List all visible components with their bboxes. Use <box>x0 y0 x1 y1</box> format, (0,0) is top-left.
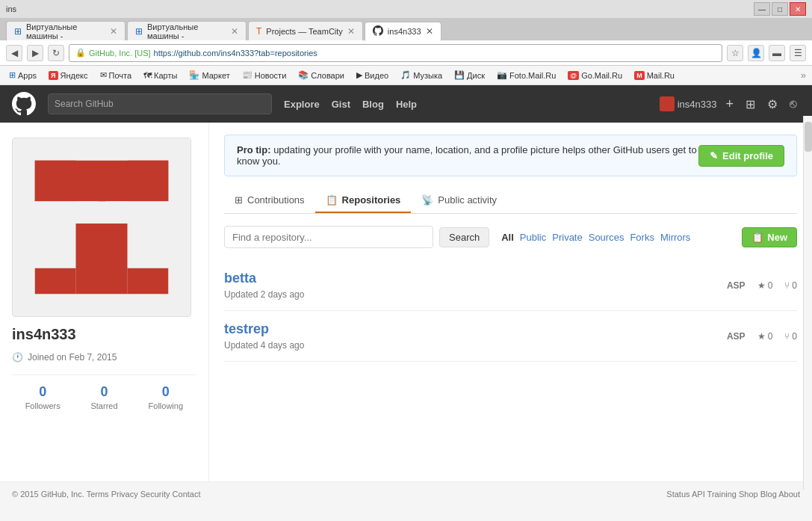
maximize-button[interactable]: □ <box>772 2 788 16</box>
settings-icon[interactable]: ⚙ <box>764 94 781 114</box>
footer-api[interactable]: API <box>692 490 705 499</box>
edit-profile-button[interactable]: ✎ Edit profile <box>698 145 784 167</box>
nav-help[interactable]: Help <box>396 99 417 110</box>
footer-status[interactable]: Status <box>666 490 689 499</box>
repo-name-testrep[interactable]: testrep <box>224 321 269 336</box>
bookmark-gomailru[interactable]: @ Go.Mail.Ru <box>565 70 625 81</box>
tab-repositories[interactable]: 📋 Repositories <box>315 188 412 213</box>
repo-lang-betta: ASP <box>727 280 746 291</box>
starred-stat[interactable]: 0 Starred <box>73 384 134 410</box>
window-controls: — □ ✕ <box>754 2 806 16</box>
repo-meta-betta: ASP ★ 0 ⑂ 0 <box>727 280 797 291</box>
filter-sources[interactable]: Sources <box>589 232 625 243</box>
repo-info-testrep: testrep Updated 4 days ago <box>224 321 727 351</box>
profile-username: ins4n333 <box>12 326 196 343</box>
tab-4-label: ins4n333 <box>388 27 421 36</box>
github-search-input[interactable] <box>48 93 272 114</box>
filter-mirrors[interactable]: Mirrors <box>660 232 690 243</box>
svg-rect-3 <box>128 161 169 202</box>
minimize-button[interactable]: — <box>754 2 770 16</box>
footer-terms[interactable]: Terms <box>87 490 109 499</box>
repo-filter-links: All Public Private Sources Forks Mirrors <box>501 232 690 243</box>
refresh-button[interactable]: ↻ <box>48 45 64 61</box>
followers-stat[interactable]: 0 Followers <box>12 384 73 410</box>
footer-left: © 2015 GitHub, Inc. Terms Privacy Securi… <box>12 490 201 499</box>
github-user-badge[interactable]: ins4n333 <box>660 96 717 111</box>
bookmarks-more[interactable]: » <box>801 70 806 81</box>
person-icon-button[interactable]: 👤 <box>748 45 764 61</box>
scrollbar-thumb[interactable] <box>805 122 812 152</box>
avatar-container <box>12 138 191 317</box>
tab-3[interactable]: T Projects — TeamCity ✕ <box>248 21 363 40</box>
footer-about[interactable]: About <box>778 490 800 499</box>
repo-lang-testrep: ASP <box>727 331 746 342</box>
tab-3-close[interactable]: ✕ <box>347 26 355 37</box>
fork-count-testrep: 0 <box>792 331 797 342</box>
bookmark-mail[interactable]: ✉ Почта <box>97 70 135 81</box>
nav-explore[interactable]: Explore <box>284 99 320 110</box>
bookmark-dict[interactable]: 📚 Словари <box>295 70 347 81</box>
bookmark-music[interactable]: 🎵 Музыка <box>397 70 445 81</box>
footer-blog[interactable]: Blog <box>760 490 777 499</box>
new-repo-button[interactable]: 📋 New <box>742 227 797 247</box>
settings-button[interactable]: ☰ <box>790 45 806 61</box>
cast-button[interactable]: ▬ <box>769 45 785 61</box>
filter-public[interactable]: Public <box>520 232 546 243</box>
repo-search-button[interactable]: Search <box>439 227 489 247</box>
bookmark-video[interactable]: ▶ Видео <box>353 70 391 81</box>
filter-forks[interactable]: Forks <box>630 232 654 243</box>
bookmark-news[interactable]: 📰 Новости <box>239 70 290 81</box>
footer-training[interactable]: Training <box>707 490 737 499</box>
bookmark-fotomailru[interactable]: 📷 Foto.Mail.Ru <box>494 70 559 81</box>
plus-icon[interactable]: + <box>722 93 737 115</box>
bookmark-mailru[interactable]: M Mail.Ru <box>631 70 678 81</box>
tab-1-close[interactable]: ✕ <box>110 26 117 37</box>
url-text: https://github.com/ins4n333?tab=reposito… <box>154 49 317 58</box>
tab-3-label: Projects — TeamCity <box>266 27 343 36</box>
signout-icon[interactable]: ⎋ <box>787 94 800 114</box>
bookmark-star-button[interactable]: ☆ <box>727 45 743 61</box>
bookmark-apps[interactable]: ⊞ Apps <box>6 70 40 81</box>
tab-2-close[interactable]: ✕ <box>231 26 238 37</box>
nav-gist[interactable]: Gist <box>332 99 350 110</box>
bookmark-maps[interactable]: 🗺 Карты <box>140 70 180 81</box>
tab-2[interactable]: ⊞ Виртуальные машины - ✕ <box>127 21 247 40</box>
new-repo-icon: 📋 <box>751 232 763 243</box>
footer-contact[interactable]: Contact <box>173 490 201 499</box>
address-bar[interactable]: 🔒 GitHub, Inc. [US] https://github.com/i… <box>69 44 722 62</box>
svg-rect-6 <box>75 223 127 294</box>
repo-search-input[interactable] <box>224 226 433 248</box>
repo-name-betta[interactable]: betta <box>224 271 256 286</box>
github-logo[interactable] <box>12 92 36 116</box>
tab-contributions[interactable]: ⊞ Contributions <box>224 188 315 213</box>
tab-contributions-label: Contributions <box>247 194 305 206</box>
user-avatar-small <box>660 96 675 111</box>
followers-count: 0 <box>12 384 73 400</box>
footer-security[interactable]: Security <box>140 490 170 499</box>
star-count-testrep: 0 <box>768 331 773 342</box>
tab-1-icon: ⊞ <box>14 26 22 37</box>
following-stat[interactable]: 0 Following <box>135 384 196 410</box>
filter-all[interactable]: All <box>501 232 514 243</box>
back-button[interactable]: ◀ <box>6 45 22 61</box>
star-count-betta: 0 <box>768 280 773 291</box>
footer-privacy[interactable]: Privacy <box>111 490 138 499</box>
repo-forks-betta: ⑂ 0 <box>784 280 797 291</box>
join-info: 🕐 Joined on Feb 7, 2015 <box>12 352 196 363</box>
close-button[interactable]: ✕ <box>790 2 806 16</box>
bookmark-yandex[interactable]: Я Яндекс <box>46 70 90 81</box>
bookmark-market[interactable]: 🏪 Маркет <box>186 70 232 81</box>
bookmark-disk[interactable]: 💾 Диск <box>451 70 488 81</box>
window-title-label: ins <box>6 4 16 13</box>
tab-public-activity[interactable]: 📡 Public activity <box>411 188 507 213</box>
tab-1[interactable]: ⊞ Виртуальные машины - ✕ <box>6 21 125 40</box>
star-icon-testrep: ★ <box>757 331 766 342</box>
forward-button[interactable]: ▶ <box>27 45 43 61</box>
nav-blog[interactable]: Blog <box>362 99 384 110</box>
filter-private[interactable]: Private <box>552 232 582 243</box>
footer-shop[interactable]: Shop <box>739 490 758 499</box>
following-label: Following <box>135 401 196 410</box>
issue-icon[interactable]: ⊞ <box>743 94 758 114</box>
tab-4[interactable]: ins4n333 ✕ <box>365 22 441 41</box>
tab-4-close[interactable]: ✕ <box>426 26 433 37</box>
